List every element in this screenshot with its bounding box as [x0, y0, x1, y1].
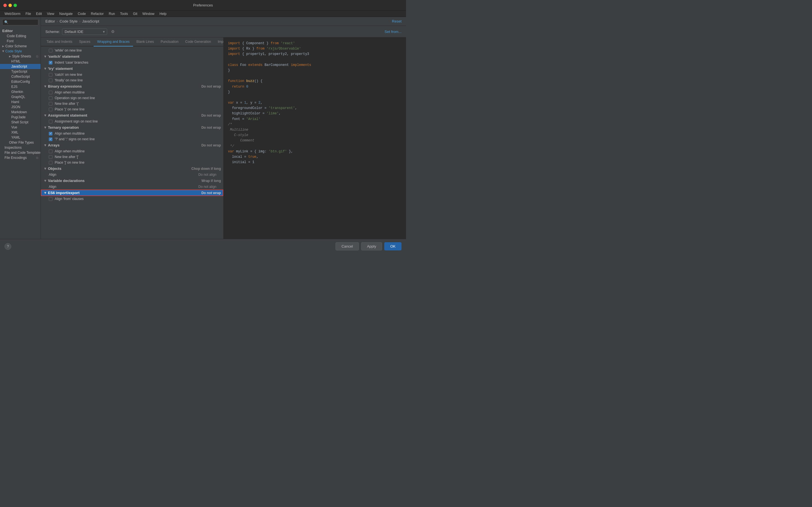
setting-align-multiline-binary[interactable]: Align when multiline	[41, 90, 223, 95]
set-from-link[interactable]: Set from...	[385, 30, 402, 34]
checkbox-while[interactable]	[49, 49, 52, 52]
tab-tabs-and-indents[interactable]: Tabs and Indents	[43, 38, 75, 47]
setting-while-new-line[interactable]: 'while' on new line	[41, 48, 223, 53]
menu-refactor[interactable]: Refactor	[89, 11, 106, 16]
sidebar-item-style-sheets[interactable]: ▶ Style Sheets ⧉	[0, 54, 41, 59]
sidebar-group-color-scheme[interactable]: ▶ Color Scheme	[0, 44, 41, 49]
checkbox-align-binary[interactable]	[49, 91, 52, 94]
tab-punctuation[interactable]: Punctuation	[157, 38, 182, 47]
menu-help[interactable]: Help	[157, 11, 169, 16]
tab-blank-lines[interactable]: Blank Lines	[133, 38, 157, 47]
sidebar-item-pug-jade[interactable]: Pug/Jade	[0, 115, 41, 120]
setting-catch-new-line[interactable]: 'catch' on new line	[41, 72, 223, 77]
setting-align-multiline-arrays[interactable]: Align when multiline	[41, 149, 223, 154]
checkbox-align-ternary[interactable]	[49, 132, 52, 135]
checkbox-op-sign[interactable]	[49, 96, 52, 100]
checkbox-close-bracket[interactable]	[49, 161, 52, 165]
maximize-button[interactable]	[13, 4, 17, 7]
sidebar-group-code-style[interactable]: ▶ Code Style	[0, 49, 41, 54]
checkbox-close-paren[interactable]	[49, 108, 52, 111]
ok-button[interactable]: OK	[384, 242, 402, 250]
setting-group-ternary[interactable]: ▶ Ternary operation Do not wrap	[41, 124, 223, 131]
sidebar-item-html[interactable]: HTML	[0, 59, 41, 64]
menu-webstorm[interactable]: WebStorm	[2, 11, 22, 16]
sidebar-item-file-encodings[interactable]: File Encodings ⧉	[0, 155, 41, 160]
sidebar-item-coffeescript[interactable]: CoffeeScript	[0, 74, 41, 79]
tab-wrapping-and-braces[interactable]: Wrapping and Braces	[94, 38, 133, 47]
menu-view[interactable]: View	[45, 11, 57, 16]
setting-group-var-declarations[interactable]: ▶ Variable declarations Wrap if long	[41, 177, 223, 184]
scheme-select[interactable]: Default IDE	[62, 29, 107, 35]
setting-align-from-clauses[interactable]: Align 'from' clauses	[41, 196, 223, 202]
menu-run[interactable]: Run	[107, 11, 117, 16]
sidebar-item-xml[interactable]: XML	[0, 130, 41, 135]
search-input[interactable]	[2, 19, 38, 25]
checkbox-finally[interactable]	[49, 78, 52, 82]
gear-button[interactable]: ⚙	[109, 28, 116, 35]
setting-place-close-bracket[interactable]: Place ']' on new line	[41, 160, 223, 165]
setting-align-multiline-ternary[interactable]: Align when multiline	[41, 131, 223, 136]
breadcrumb-code-style[interactable]: Code Style	[59, 19, 78, 23]
menu-file[interactable]: File	[23, 11, 33, 16]
sidebar-item-json[interactable]: JSON	[0, 105, 41, 110]
sidebar-item-font[interactable]: Font	[0, 39, 41, 44]
breadcrumb-editor[interactable]: Editor	[45, 19, 55, 23]
menu-code[interactable]: Code	[75, 11, 88, 16]
cancel-button[interactable]: Cancel	[336, 242, 359, 250]
menu-tools[interactable]: Tools	[118, 11, 130, 16]
setting-group-es6-import[interactable]: ▶ ES6 import/export Do not wrap	[41, 189, 223, 196]
tab-code-generation[interactable]: Code Generation	[182, 38, 214, 47]
setting-objects-align[interactable]: Align Do not align	[41, 172, 223, 177]
checkbox-new-line-bracket[interactable]	[49, 155, 52, 159]
sidebar-item-file-and-code-templates[interactable]: File and Code Templates	[0, 150, 41, 155]
menu-git[interactable]: Git	[131, 11, 140, 16]
setting-var-align[interactable]: Align Do not align	[41, 184, 223, 189]
sidebar-item-code-editing[interactable]: Code Editing	[0, 34, 41, 39]
checkbox-new-line-paren[interactable]	[49, 102, 52, 106]
sidebar-item-shell-script[interactable]: Shell Script	[0, 120, 41, 125]
menu-navigate[interactable]: Navigate	[57, 11, 75, 16]
checkbox-align-from[interactable]	[49, 197, 52, 201]
checkbox-align-arrays[interactable]	[49, 150, 52, 153]
sidebar-item-gherkin[interactable]: Gherkin	[0, 89, 41, 94]
setting-finally-new-line[interactable]: 'finally' on new line	[41, 77, 223, 83]
setting-indent-case[interactable]: Indent 'case' branches	[41, 60, 223, 65]
checkbox-assign-sign[interactable]	[49, 120, 52, 123]
sidebar-item-haml[interactable]: Haml	[0, 100, 41, 105]
setting-group-switch[interactable]: ▶ 'switch' statement	[41, 53, 223, 60]
setting-ternary-signs-next-line[interactable]: '?' and ':' signs on next line	[41, 136, 223, 142]
sidebar-item-markdown[interactable]: Markdown	[0, 110, 41, 115]
setting-op-sign-next-line[interactable]: Operation sign on next line	[41, 95, 223, 101]
sidebar-item-graphql[interactable]: GraphQL	[0, 94, 41, 100]
sidebar-item-vue[interactable]: Vue	[0, 125, 41, 130]
apply-button[interactable]: Apply	[361, 242, 382, 250]
checkbox-indent-case[interactable]	[49, 61, 52, 64]
setting-place-close-paren[interactable]: Place ')' on new line	[41, 107, 223, 112]
minimize-button[interactable]	[8, 4, 12, 7]
help-button[interactable]: ?	[4, 243, 11, 250]
sidebar-item-ejs[interactable]: EJS	[0, 84, 41, 89]
sidebar-item-javascript[interactable]: JavaScript	[0, 64, 41, 69]
menu-window[interactable]: Window	[140, 11, 157, 16]
setting-new-line-after-paren[interactable]: New line after '('	[41, 101, 223, 107]
setting-group-binary[interactable]: ▶ Binary expressions Do not wrap	[41, 83, 223, 90]
sidebar-item-editorconfig[interactable]: EditorConfig	[0, 79, 41, 84]
reset-button[interactable]: Reset	[392, 19, 402, 23]
setting-group-objects[interactable]: ▶ Objects Chop down if long	[41, 165, 223, 172]
sidebar-item-yaml[interactable]: YAML	[0, 135, 41, 140]
checkbox-ternary-signs[interactable]	[49, 137, 52, 141]
close-button[interactable]	[3, 4, 7, 7]
sidebar-item-other-file-types[interactable]: Other File Types	[0, 140, 41, 145]
menu-edit[interactable]: Edit	[34, 11, 44, 16]
setting-group-arrays[interactable]: ▶ Arrays Do not wrap	[41, 142, 223, 149]
sidebar-item-inspections[interactable]: Inspections	[0, 145, 41, 150]
setting-label: 'catch' on new line	[55, 73, 221, 76]
setting-assign-sign-next-line[interactable]: Assignment sign on next line	[41, 119, 223, 124]
setting-new-line-after-bracket[interactable]: New line after '['	[41, 154, 223, 160]
checkbox-catch[interactable]	[49, 73, 52, 76]
sidebar-item-typescript[interactable]: TypeScript	[0, 69, 41, 74]
keyword: import	[228, 41, 240, 45]
setting-group-assignment[interactable]: ▶ Assignment statement Do not wrap	[41, 112, 223, 119]
tab-spaces[interactable]: Spaces	[75, 38, 94, 47]
setting-group-try[interactable]: ▶ 'try' statement	[41, 65, 223, 72]
